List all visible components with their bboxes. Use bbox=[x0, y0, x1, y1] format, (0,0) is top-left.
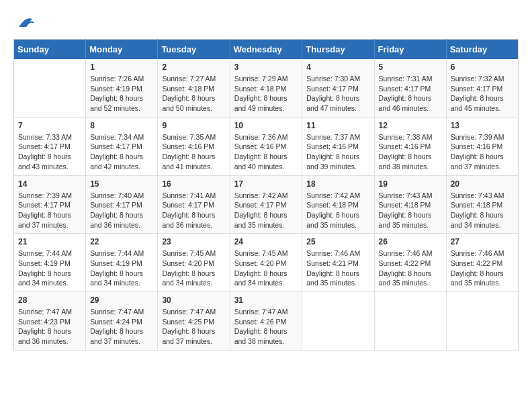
day-detail: Sunrise: 7:36 AM Sunset: 4:16 PM Dayligh… bbox=[234, 132, 298, 172]
day-number: 14 bbox=[18, 179, 81, 189]
calendar-cell bbox=[446, 292, 518, 351]
day-detail: Sunrise: 7:47 AM Sunset: 4:26 PM Dayligh… bbox=[234, 307, 298, 347]
sunrise: Sunrise: 7:47 AM bbox=[234, 308, 288, 316]
calendar-cell: 18 Sunrise: 7:42 AM Sunset: 4:18 PM Dayl… bbox=[302, 175, 374, 234]
daylight: Daylight: 8 hours and 39 minutes. bbox=[306, 152, 359, 171]
sunrise: Sunrise: 7:42 AM bbox=[234, 191, 288, 199]
sunset: Sunset: 4:19 PM bbox=[18, 259, 71, 267]
day-number: 28 bbox=[18, 295, 81, 305]
day-number: 15 bbox=[90, 179, 153, 189]
daylight: Daylight: 8 hours and 42 minutes. bbox=[90, 152, 143, 171]
sunrise: Sunrise: 7:41 AM bbox=[162, 191, 216, 199]
daylight: Daylight: 8 hours and 37 minutes. bbox=[451, 152, 504, 171]
day-number: 3 bbox=[234, 62, 298, 72]
calendar-week-3: 14 Sunrise: 7:39 AM Sunset: 4:17 PM Dayl… bbox=[14, 175, 519, 234]
day-detail: Sunrise: 7:38 AM Sunset: 4:16 PM Dayligh… bbox=[379, 132, 442, 172]
sunset: Sunset: 4:17 PM bbox=[234, 201, 287, 209]
sunset: Sunset: 4:17 PM bbox=[379, 85, 431, 93]
daylight: Daylight: 8 hours and 52 minutes. bbox=[90, 94, 143, 112]
calendar-cell bbox=[14, 59, 86, 117]
day-number: 30 bbox=[162, 295, 225, 305]
calendar-cell: 23 Sunrise: 7:45 AM Sunset: 4:20 PM Dayl… bbox=[158, 234, 230, 292]
daylight: Daylight: 8 hours and 36 minutes. bbox=[18, 327, 71, 345]
daylight: Daylight: 8 hours and 35 minutes. bbox=[306, 269, 359, 287]
sunrise: Sunrise: 7:36 AM bbox=[234, 133, 288, 141]
calendar-table: SundayMondayTuesdayWednesdayThursdayFrid… bbox=[13, 39, 519, 351]
daylight: Daylight: 8 hours and 36 minutes. bbox=[162, 211, 215, 229]
day-number: 16 bbox=[162, 179, 225, 189]
sunset: Sunset: 4:18 PM bbox=[162, 85, 214, 93]
day-number: 26 bbox=[379, 237, 442, 246]
day-detail: Sunrise: 7:33 AM Sunset: 4:17 PM Dayligh… bbox=[18, 132, 81, 172]
calendar-cell: 20 Sunrise: 7:43 AM Sunset: 4:18 PM Dayl… bbox=[446, 175, 518, 234]
daylight: Daylight: 8 hours and 36 minutes. bbox=[90, 211, 143, 229]
day-detail: Sunrise: 7:34 AM Sunset: 4:17 PM Dayligh… bbox=[90, 132, 153, 172]
sunset: Sunset: 4:22 PM bbox=[451, 259, 503, 267]
day-number: 17 bbox=[234, 179, 298, 189]
calendar-cell: 5 Sunrise: 7:31 AM Sunset: 4:17 PM Dayli… bbox=[374, 59, 446, 117]
sunrise: Sunrise: 7:39 AM bbox=[18, 191, 72, 199]
col-header-thursday: Thursday bbox=[302, 40, 374, 60]
daylight: Daylight: 8 hours and 34 minutes. bbox=[90, 269, 143, 287]
page-header bbox=[13, 13, 519, 32]
sunrise: Sunrise: 7:27 AM bbox=[162, 75, 216, 83]
day-number: 31 bbox=[234, 295, 298, 305]
day-number: 2 bbox=[162, 62, 225, 72]
day-detail: Sunrise: 7:39 AM Sunset: 4:17 PM Dayligh… bbox=[18, 191, 81, 230]
daylight: Daylight: 8 hours and 35 minutes. bbox=[379, 269, 432, 287]
day-detail: Sunrise: 7:45 AM Sunset: 4:20 PM Dayligh… bbox=[162, 248, 225, 288]
calendar-cell bbox=[374, 292, 446, 351]
day-detail: Sunrise: 7:42 AM Sunset: 4:18 PM Dayligh… bbox=[306, 191, 369, 230]
calendar-cell: 4 Sunrise: 7:30 AM Sunset: 4:17 PM Dayli… bbox=[302, 59, 374, 117]
sunset: Sunset: 4:16 PM bbox=[306, 142, 359, 150]
calendar-cell: 25 Sunrise: 7:46 AM Sunset: 4:21 PM Dayl… bbox=[302, 234, 374, 292]
sunset: Sunset: 4:17 PM bbox=[18, 142, 71, 150]
daylight: Daylight: 8 hours and 35 minutes. bbox=[306, 211, 359, 229]
sunset: Sunset: 4:17 PM bbox=[451, 85, 503, 93]
day-detail: Sunrise: 7:46 AM Sunset: 4:21 PM Dayligh… bbox=[306, 248, 369, 288]
daylight: Daylight: 8 hours and 35 minutes. bbox=[234, 211, 287, 229]
day-detail: Sunrise: 7:39 AM Sunset: 4:16 PM Dayligh… bbox=[451, 132, 514, 172]
day-detail: Sunrise: 7:46 AM Sunset: 4:22 PM Dayligh… bbox=[451, 248, 514, 288]
sunset: Sunset: 4:17 PM bbox=[18, 201, 71, 209]
day-detail: Sunrise: 7:32 AM Sunset: 4:17 PM Dayligh… bbox=[451, 74, 514, 113]
col-header-wednesday: Wednesday bbox=[230, 40, 302, 60]
col-header-monday: Monday bbox=[86, 40, 158, 60]
day-number: 4 bbox=[306, 62, 369, 72]
day-detail: Sunrise: 7:43 AM Sunset: 4:18 PM Dayligh… bbox=[451, 191, 514, 230]
sunset: Sunset: 4:16 PM bbox=[451, 142, 503, 150]
sunrise: Sunrise: 7:43 AM bbox=[379, 191, 433, 199]
calendar-cell: 15 Sunrise: 7:40 AM Sunset: 4:17 PM Dayl… bbox=[86, 175, 158, 234]
calendar-week-5: 28 Sunrise: 7:47 AM Sunset: 4:23 PM Dayl… bbox=[14, 292, 519, 351]
day-detail: Sunrise: 7:30 AM Sunset: 4:17 PM Dayligh… bbox=[306, 74, 369, 113]
col-header-tuesday: Tuesday bbox=[158, 40, 230, 60]
sunrise: Sunrise: 7:30 AM bbox=[306, 75, 360, 83]
day-detail: Sunrise: 7:47 AM Sunset: 4:23 PM Dayligh… bbox=[18, 307, 81, 347]
sunset: Sunset: 4:16 PM bbox=[234, 142, 287, 150]
sunset: Sunset: 4:17 PM bbox=[162, 201, 214, 209]
calendar-cell bbox=[302, 292, 374, 351]
calendar-cell: 1 Sunrise: 7:26 AM Sunset: 4:19 PM Dayli… bbox=[86, 59, 158, 117]
sunset: Sunset: 4:18 PM bbox=[306, 201, 359, 209]
day-number: 1 bbox=[90, 62, 153, 72]
day-number: 23 bbox=[162, 237, 225, 246]
day-detail: Sunrise: 7:43 AM Sunset: 4:18 PM Dayligh… bbox=[379, 191, 442, 230]
day-detail: Sunrise: 7:46 AM Sunset: 4:22 PM Dayligh… bbox=[379, 248, 442, 288]
calendar-cell: 2 Sunrise: 7:27 AM Sunset: 4:18 PM Dayli… bbox=[158, 59, 230, 117]
sunrise: Sunrise: 7:35 AM bbox=[162, 133, 216, 141]
sunrise: Sunrise: 7:38 AM bbox=[379, 133, 433, 141]
logo bbox=[13, 13, 35, 32]
sunrise: Sunrise: 7:47 AM bbox=[90, 308, 144, 316]
day-detail: Sunrise: 7:47 AM Sunset: 4:24 PM Dayligh… bbox=[90, 307, 153, 347]
calendar-cell: 22 Sunrise: 7:44 AM Sunset: 4:19 PM Dayl… bbox=[86, 234, 158, 292]
day-number: 5 bbox=[379, 62, 442, 72]
day-number: 19 bbox=[379, 179, 442, 189]
calendar-cell: 30 Sunrise: 7:47 AM Sunset: 4:25 PM Dayl… bbox=[158, 292, 230, 351]
sunset: Sunset: 4:19 PM bbox=[90, 85, 142, 93]
calendar-cell: 3 Sunrise: 7:29 AM Sunset: 4:18 PM Dayli… bbox=[230, 59, 302, 117]
calendar-cell: 27 Sunrise: 7:46 AM Sunset: 4:22 PM Dayl… bbox=[446, 234, 518, 292]
day-number: 24 bbox=[234, 237, 298, 246]
daylight: Daylight: 8 hours and 34 minutes. bbox=[162, 269, 215, 287]
day-detail: Sunrise: 7:27 AM Sunset: 4:18 PM Dayligh… bbox=[162, 74, 225, 113]
daylight: Daylight: 8 hours and 43 minutes. bbox=[18, 152, 71, 171]
